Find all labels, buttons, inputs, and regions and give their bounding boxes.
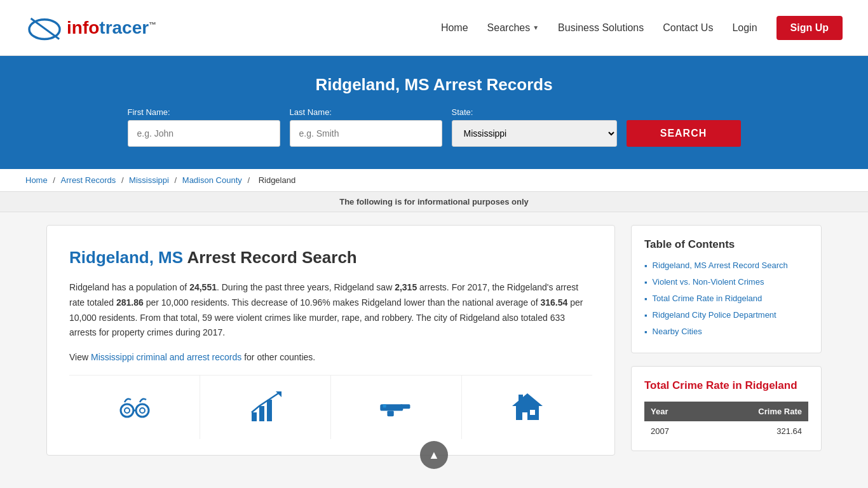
arrests-value: 2,315 [395,282,417,292]
toc-item: Ridgeland City Police Department [644,310,808,320]
svg-rect-7 [252,412,257,421]
svg-rect-17 [522,412,527,420]
toc-item: Violent vs. Non-Violent Crimes [644,277,808,287]
svg-rect-8 [259,406,264,421]
view-records-para: View Mississippi criminal and arrest rec… [69,350,592,365]
crime-chart-cell [200,376,331,439]
toc-link[interactable]: Ridgeland, MS Arrest Record Search [653,261,788,270]
house-icon [508,388,546,426]
toc-list: Ridgeland, MS Arrest Record SearchViolen… [644,261,808,337]
last-name-input[interactable] [290,120,442,147]
view-records-link[interactable]: Mississippi criminal and arrest records [91,352,241,362]
gun-cell [331,376,462,439]
house-cell [462,376,592,439]
view-text-2: for other counties. [241,352,315,362]
handcuffs-cell [69,376,200,439]
search-form: First Name: Last Name: State: AlabamaAla… [123,107,745,147]
state-select[interactable]: AlabamaAlaskaArizonaArkansasCaliforniaCo… [452,120,617,147]
search-button[interactable]: SEARCH [627,120,741,147]
svg-point-6 [140,408,145,413]
breadcrumb-sep-3: / [175,175,179,185]
article-title-highlight: Ridgeland, MS [69,248,183,267]
article-title-rest: Arrest Record Search [183,248,357,267]
article-body: Ridgeland has a population of 24,551. Du… [69,280,592,341]
svg-marker-15 [512,393,543,406]
crime-year-cell: 2007 [644,421,703,441]
population-value: 24,551 [189,282,217,292]
sidebar: Table of Contents Ridgeland, MS Arrest R… [631,225,822,451]
info-notice: The following is for informational purpo… [0,192,868,212]
searches-dropdown-icon: ▼ [532,24,539,31]
breadcrumb-current: Ridgeland [259,175,296,185]
toc-heading: Table of Contents [644,238,808,251]
svg-point-3 [136,404,149,417]
first-name-label: First Name: [128,107,280,117]
first-name-group: First Name: [128,107,280,147]
breadcrumb-sep-1: / [53,175,57,185]
article-title: Ridgeland, MS Arrest Record Search [69,248,592,268]
col-year-header: Year [644,402,703,421]
state-label: State: [452,107,617,117]
svg-rect-9 [267,400,272,421]
main-content: Ridgeland, MS Arrest Record Search Ridge… [27,225,841,456]
article: Ridgeland, MS Arrest Record Search Ridge… [46,225,615,456]
breadcrumb-madison-county[interactable]: Madison County [182,175,242,185]
national-avg-value: 316.54 [540,297,567,308]
toc-link[interactable]: Total Crime Rate in Ridgeland [653,294,763,303]
hero-section: Ridgeland, MS Arrest Records First Name:… [0,56,868,169]
svg-point-2 [121,404,133,417]
breadcrumb-home[interactable]: Home [25,175,48,185]
svg-rect-19 [519,395,523,401]
nav-searches[interactable]: Searches ▼ [487,22,539,34]
site-header: infotracer™ Home Searches ▼ Business Sol… [0,0,868,56]
crime-rate-box: Total Crime Rate in Ridgeland Year Crime… [631,366,822,451]
gun-icon [377,388,416,426]
crime-table-header-row: Year Crime Rate [644,402,808,421]
crime-rate-cell: 321.64 [703,421,808,441]
col-rate-header: Crime Rate [703,402,808,421]
scroll-top-button[interactable]: ▲ [420,441,448,468]
toc-item: Total Crime Rate in Ridgeland [644,294,808,304]
toc-box: Table of Contents Ridgeland, MS Arrest R… [631,225,822,353]
last-name-label: Last Name: [290,107,442,117]
nav-business-solutions[interactable]: Business Solutions [558,22,644,34]
breadcrumb-sep-2: / [121,175,126,185]
logo-text: infotracer™ [67,18,156,38]
toc-link[interactable]: Ridgeland City Police Department [653,310,776,320]
breadcrumb-arrest-records[interactable]: Arrest Records [61,175,116,185]
svg-rect-13 [387,411,393,417]
breadcrumb-sep-4: / [247,175,252,185]
login-button[interactable]: Login [732,22,757,34]
toc-item: Nearby Cities [644,327,808,337]
toc-link[interactable]: Violent vs. Non-Violent Crimes [653,277,764,287]
view-text-1: View [69,352,91,362]
icon-row [69,375,592,439]
nav-contact-us[interactable]: Contact Us [663,22,713,34]
logo[interactable]: infotracer™ [25,12,156,44]
crime-table-row: 2007321.64 [644,421,808,441]
svg-rect-14 [383,404,386,407]
svg-rect-12 [400,404,410,409]
breadcrumb: Home / Arrest Records / Mississippi / Ma… [0,169,868,192]
crime-rate-table: Year Crime Rate 2007321.64 [644,402,808,441]
crime-rate-heading: Total Crime Rate in Ridgeland [644,379,808,392]
crime-chart-icon [247,388,285,426]
nav-home[interactable]: Home [441,22,468,34]
toc-link[interactable]: Nearby Cities [653,327,702,336]
state-group: State: AlabamaAlaskaArizonaArkansasCalif… [452,107,617,147]
hero-title: Ridgeland, MS Arrest Records [25,75,843,95]
first-name-input[interactable] [128,120,280,147]
handcuffs-icon [116,388,154,426]
logo-swoosh-icon [25,12,64,44]
body-text-1: Ridgeland has a population of [69,282,189,292]
body-text-4: per 10,000 residents. This decrease of 1… [144,297,541,308]
toc-item: Ridgeland, MS Arrest Record Search [644,261,808,271]
signup-button[interactable]: Sign Up [776,16,843,40]
crime-table-body: 2007321.64 [644,421,808,441]
breadcrumb-mississippi[interactable]: Mississippi [129,175,169,185]
svg-point-5 [125,408,130,413]
main-nav: Home Searches ▼ Business Solutions Conta… [441,16,843,40]
last-name-group: Last Name: [290,107,442,147]
svg-rect-18 [530,410,535,415]
body-text-2: . During the past three years, Ridgeland… [217,282,395,292]
